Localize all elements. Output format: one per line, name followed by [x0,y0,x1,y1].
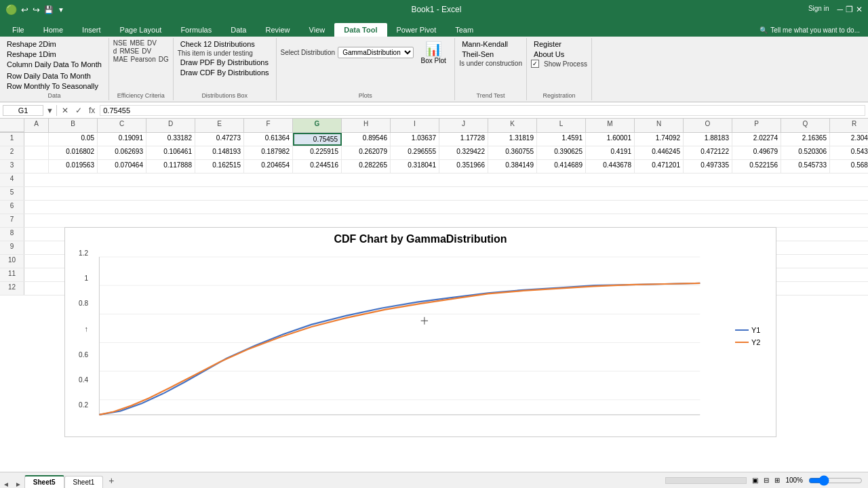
col-j[interactable]: J [439,119,488,132]
cell-a1[interactable] [24,133,49,146]
mann-kendall-btn[interactable]: Mann-Kendall [459,39,511,49]
cell-g1[interactable]: 0.75455 [293,133,342,146]
cell-n1[interactable]: 1.74092 [635,133,684,146]
cell-o3[interactable]: 0.497335 [684,160,732,173]
cell-j1[interactable]: 1.17728 [439,133,488,146]
cell-q3[interactable]: 0.545733 [781,160,830,173]
cell-i3[interactable]: 0.318041 [391,160,439,173]
cell-r1[interactable]: 2.30456 [830,133,868,146]
fx-btn[interactable]: fx [87,106,97,115]
cell-g3[interactable]: 0.244516 [293,160,342,173]
sheet-tab-sheet1[interactable]: Sheet1 [64,476,104,488]
col-p[interactable]: P [732,119,781,132]
scroll-tab-right[interactable]: ► [12,481,24,488]
cell-e1[interactable]: 0.47273 [195,133,244,146]
view-normal-btn[interactable]: ▣ [752,476,758,484]
sign-in-btn[interactable]: Sign in [808,5,829,14]
cell-d1[interactable]: 0.33182 [146,133,195,146]
minimize-btn[interactable]: ─ [837,5,843,14]
restore-btn[interactable]: ❐ [846,5,853,14]
cell-d2[interactable]: 0.106461 [146,146,195,159]
cell-p1[interactable]: 2.02274 [732,133,781,146]
col-r[interactable]: R [830,119,868,132]
cell-h1[interactable]: 0.89546 [342,133,391,146]
register-btn[interactable]: Register [531,39,564,49]
col-h[interactable]: H [342,119,391,132]
cell-c3[interactable]: 0.070464 [98,160,146,173]
reshape-1dim-btn[interactable]: Reshape 1Dim [4,49,59,59]
col-l[interactable]: L [537,119,586,132]
distribution-select[interactable]: GammaDistribution Normal LogNormal [338,47,414,58]
cell-f1[interactable]: 0.61364 [244,133,293,146]
cell-h2[interactable]: 0.262079 [342,146,391,159]
tab-view[interactable]: View [300,23,335,37]
cell-l2[interactable]: 0.390625 [537,146,586,159]
about-us-btn[interactable]: About Us [531,49,567,59]
cell-g2[interactable]: 0.225915 [293,146,342,159]
cell-p3[interactable]: 0.522156 [732,160,781,173]
cell-l3[interactable]: 0.414689 [537,160,586,173]
cell-n3[interactable]: 0.471201 [635,160,684,173]
tab-power-pivot[interactable]: Power Pivot [387,23,446,37]
cell-f2[interactable]: 0.187982 [244,146,293,159]
row-monthly-btn[interactable]: Row Monthly To Seasonally [4,81,101,91]
tab-team[interactable]: Team [446,23,483,37]
cell-b3[interactable]: 0.019563 [49,160,98,173]
cell-i1[interactable]: 1.03637 [391,133,439,146]
cell-c2[interactable]: 0.062693 [98,146,146,159]
cell-h3[interactable]: 0.282265 [342,160,391,173]
theil-sen-btn[interactable]: Theil-Sen [459,49,496,59]
cell-e3[interactable]: 0.162515 [195,160,244,173]
view-page-btn[interactable]: ⊟ [764,476,769,484]
cell-j3[interactable]: 0.351966 [439,160,488,173]
tell-me-box[interactable]: 🔍Tell me what you want to do... [754,24,865,37]
cell-m1[interactable]: 1.60001 [586,133,635,146]
col-c[interactable]: C [98,119,146,132]
col-m[interactable]: M [586,119,635,132]
box-plot-btn[interactable]: 📊 Box Plot [416,39,450,66]
col-n[interactable]: N [635,119,684,132]
cell-j2[interactable]: 0.329422 [439,146,488,159]
tab-formulas[interactable]: Formulas [171,23,221,37]
scroll-tab-left[interactable]: ◄ [0,481,12,488]
draw-pdf-btn[interactable]: Draw PDF By Distributions [178,58,271,67]
scroll-bar-area[interactable] [665,477,747,484]
col-q[interactable]: Q [781,119,830,132]
cell-k2[interactable]: 0.360755 [488,146,537,159]
cell-r2[interactable]: 0.54365 [830,146,868,159]
zoom-slider[interactable] [808,475,863,486]
tab-data-tool[interactable]: Data Tool [334,23,387,37]
draw-cdf-btn[interactable]: Draw CDF By Distributions [178,68,272,77]
cell-k3[interactable]: 0.384149 [488,160,537,173]
name-box[interactable] [3,105,43,116]
show-process-checkbox[interactable]: ✓ [531,60,539,68]
cell-p2[interactable]: 0.49679 [732,146,781,159]
expand-btn[interactable]: ▼ [46,106,54,115]
col-e[interactable]: E [195,119,244,132]
col-k[interactable]: K [488,119,537,132]
col-a[interactable]: A [24,119,49,132]
formula-input[interactable] [100,105,865,116]
cell-a2[interactable] [24,146,49,159]
cell-o1[interactable]: 1.88183 [684,133,732,146]
column-daily-btn[interactable]: Column Daily Data To Month [4,60,104,69]
cell-c1[interactable]: 0.19091 [98,133,146,146]
cell-i2[interactable]: 0.296555 [391,146,439,159]
cell-a3[interactable] [24,160,49,173]
cell-l1[interactable]: 1.4591 [537,133,586,146]
col-d[interactable]: D [146,119,195,132]
tab-file[interactable]: File [3,23,34,37]
col-b[interactable]: B [49,119,98,132]
cell-q2[interactable]: 0.520306 [781,146,830,159]
cell-b1[interactable]: 0.05 [49,133,98,146]
cell-k1[interactable]: 1.31819 [488,133,537,146]
customize-btn[interactable]: ▼ [58,6,64,14]
col-i[interactable]: I [391,119,439,132]
save-btn[interactable]: 💾 [44,5,54,14]
undo-btn[interactable]: ↩ [21,5,28,15]
close-btn[interactable]: ✕ [856,5,863,14]
tab-insert[interactable]: Insert [73,23,111,37]
row-daily-btn[interactable]: Row Daily Data To Month [4,71,94,81]
view-break-btn[interactable]: ⊞ [774,476,780,484]
cell-m2[interactable]: 0.4191 [586,146,635,159]
